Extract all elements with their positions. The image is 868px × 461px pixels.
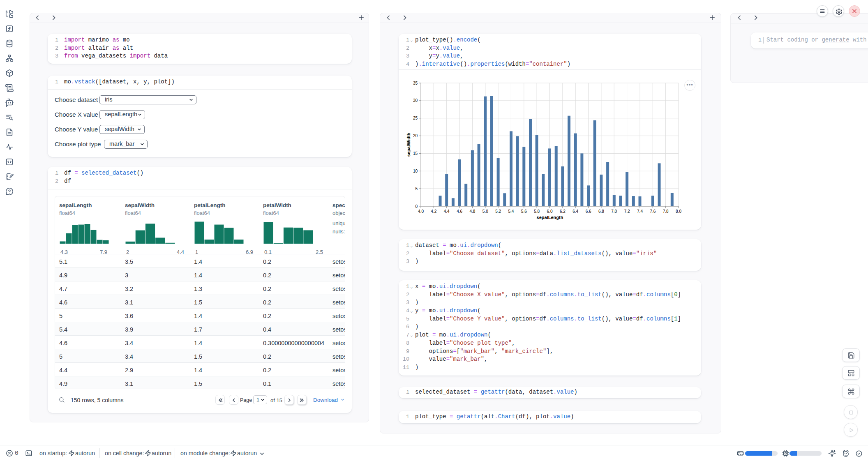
svg-text:4.6: 4.6 — [457, 209, 462, 214]
svg-text:6.0: 6.0 — [547, 209, 553, 214]
svg-text:sepalLength: sepalLength — [537, 215, 563, 220]
svg-text:7.0: 7.0 — [611, 209, 617, 214]
svg-text:6.8: 6.8 — [598, 209, 604, 214]
svg-text:25: 25 — [413, 116, 418, 120]
svg-text:10: 10 — [413, 169, 418, 173]
svg-text:7.2: 7.2 — [624, 209, 630, 214]
svg-text:15: 15 — [413, 151, 418, 156]
svg-text:5.8: 5.8 — [534, 209, 540, 214]
svg-text:6.4: 6.4 — [573, 209, 578, 214]
svg-text:7.6: 7.6 — [650, 209, 656, 214]
svg-text:4.4: 4.4 — [444, 209, 450, 214]
svg-text:8.0: 8.0 — [676, 209, 681, 214]
svg-text:7.4: 7.4 — [637, 209, 643, 214]
svg-text:4.2: 4.2 — [431, 209, 436, 214]
svg-text:5.0: 5.0 — [482, 209, 488, 214]
svg-text:20: 20 — [413, 134, 418, 138]
svg-text:4.8: 4.8 — [469, 209, 475, 214]
svg-text:sepalWidth: sepalWidth — [406, 132, 411, 157]
svg-text:5: 5 — [415, 187, 418, 191]
svg-text:6.6: 6.6 — [586, 209, 591, 214]
svg-text:6.2: 6.2 — [560, 209, 566, 214]
svg-text:30: 30 — [413, 98, 418, 103]
svg-text:35: 35 — [413, 81, 418, 85]
svg-text:5.4: 5.4 — [508, 209, 514, 214]
svg-text:4.0: 4.0 — [418, 209, 424, 214]
svg-text:0: 0 — [415, 204, 418, 209]
svg-text:5.6: 5.6 — [521, 209, 527, 214]
svg-text:5.2: 5.2 — [495, 209, 501, 214]
svg-text:7.8: 7.8 — [663, 209, 669, 214]
